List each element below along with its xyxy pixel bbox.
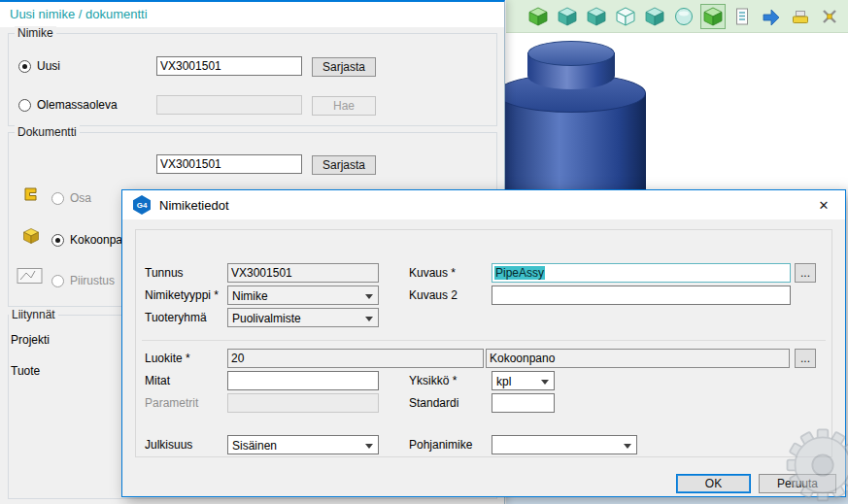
luokite-code-input[interactable] bbox=[227, 349, 484, 368]
hae-button: Hae bbox=[312, 96, 376, 116]
teal-box-icon-3[interactable] bbox=[642, 4, 667, 29]
radio-dot-icon bbox=[18, 60, 31, 73]
nimike-group: Nimike Uusi Sarjasta Olemassaoleva Hae bbox=[8, 33, 497, 126]
teal-box-outline-icon[interactable] bbox=[613, 4, 638, 29]
green-cube-icon[interactable] bbox=[526, 4, 551, 29]
kuvaus2-label: Kuvaus 2 bbox=[409, 288, 458, 302]
mitat-input[interactable] bbox=[227, 371, 379, 390]
nimiketiedot-dialog: G4 Nimiketiedot ✕ Tunnus Kuvaus * PipeAs… bbox=[121, 189, 846, 497]
parametrit-input bbox=[227, 393, 379, 413]
standardi-label: Standardi bbox=[409, 396, 458, 410]
kuvaus-input[interactable]: PipeAssy bbox=[492, 263, 791, 283]
tuote-label: Tuote bbox=[11, 364, 40, 378]
close-icon[interactable]: ✕ bbox=[810, 194, 837, 216]
tunnus-input[interactable] bbox=[227, 263, 379, 283]
radio-uusi[interactable]: Uusi bbox=[18, 59, 60, 73]
sarjasta-button-nimike[interactable]: Sarjasta bbox=[312, 57, 376, 77]
export-arrow-icon[interactable] bbox=[759, 4, 784, 29]
radio-olemassaoleva[interactable]: Olemassaoleva bbox=[18, 98, 118, 112]
radio-dot-icon bbox=[18, 99, 31, 112]
yellow-stack-icon[interactable] bbox=[788, 4, 813, 29]
chevron-down-icon bbox=[624, 444, 631, 449]
vertex-cad-window: Uusi nimike / dokumentti Nimike Uusi Sar… bbox=[0, 0, 848, 504]
selected-text: PipeAssy bbox=[494, 266, 545, 280]
teal-sphere-icon[interactable] bbox=[671, 4, 696, 29]
radio-olemassaoleva-label: Olemassaoleva bbox=[37, 98, 118, 112]
nimiketiedot-titlebar[interactable]: G4 Nimiketiedot ✕ bbox=[122, 190, 845, 219]
chevron-down-icon bbox=[365, 294, 373, 299]
panel-divider bbox=[142, 340, 826, 341]
tuoteryhma-label: Tuoteryhmä bbox=[145, 311, 207, 324]
dokumentti-tunnus-input[interactable] bbox=[156, 154, 302, 174]
parametrit-label: Parametrit bbox=[145, 396, 198, 410]
cylinder-cap-top-face bbox=[527, 41, 615, 66]
cad-toolbar bbox=[506, 0, 848, 33]
tunnus-label: Tunnus bbox=[145, 266, 184, 280]
julkisuus-select[interactable]: Sisäinen bbox=[227, 435, 379, 454]
chevron-down-icon bbox=[365, 444, 373, 449]
document-lines-icon[interactable] bbox=[729, 4, 755, 29]
uusi-nimike-input[interactable] bbox=[156, 56, 302, 76]
luokite-name-input[interactable] bbox=[486, 349, 790, 368]
yksikko-label: Yksikkö * bbox=[409, 374, 457, 387]
tuoteryhma-select[interactable]: Puolivalmiste bbox=[227, 308, 379, 327]
nimiketyyppi-label: Nimiketyyppi * bbox=[145, 288, 219, 302]
sarjasta-button-dokumentti[interactable]: Sarjasta bbox=[312, 155, 376, 175]
assembly-icon bbox=[22, 227, 40, 249]
kuvaus-label: Kuvaus * bbox=[409, 266, 456, 280]
piston-3d-model[interactable] bbox=[491, 39, 652, 194]
radio-piirustus-label: Piirustus bbox=[70, 274, 115, 287]
radio-dot-icon bbox=[51, 192, 64, 205]
luokite-browse-button[interactable]: ... bbox=[795, 349, 816, 368]
g4-logo-icon: G4 bbox=[132, 195, 152, 215]
ok-button[interactable]: OK bbox=[676, 474, 751, 493]
nimike-group-label: Nimike bbox=[15, 26, 56, 40]
julkisuus-label: Julkisuus bbox=[145, 438, 192, 452]
green-cube-selected-icon[interactable] bbox=[700, 4, 726, 29]
yksikko-select[interactable]: kpl bbox=[492, 371, 555, 390]
chevron-down-icon bbox=[365, 317, 373, 321]
radio-dot-icon bbox=[51, 234, 64, 247]
drawing-icon bbox=[17, 267, 44, 288]
teal-box-icon-2[interactable] bbox=[584, 4, 609, 29]
radio-uusi-label: Uusi bbox=[37, 59, 60, 73]
kuvaus2-input[interactable] bbox=[492, 286, 791, 305]
teal-box-icon[interactable] bbox=[555, 4, 580, 29]
new-item-dialog-titlebar[interactable]: Uusi nimike / dokumentti bbox=[0, 2, 504, 27]
mitat-label: Mitat bbox=[145, 374, 170, 387]
liitynnat-group-label: Liitynnät bbox=[9, 308, 58, 321]
chevron-down-icon bbox=[541, 380, 549, 385]
radio-osa-label: Osa bbox=[70, 191, 91, 205]
nimiketiedot-title: Nimiketiedot bbox=[159, 198, 229, 213]
radio-osa[interactable]: Osa bbox=[51, 191, 91, 205]
radio-dot-icon bbox=[51, 275, 64, 287]
new-item-dialog-title: Uusi nimike / dokumentti bbox=[10, 7, 148, 21]
gear-model bbox=[777, 418, 848, 504]
radio-piirustus[interactable]: Piirustus bbox=[51, 274, 115, 287]
part-icon bbox=[22, 185, 40, 207]
pohjanimike-label: Pohjanimike bbox=[409, 438, 472, 452]
kuvaus-browse-button[interactable]: ... bbox=[795, 263, 816, 283]
olemassaoleva-input bbox=[156, 95, 302, 115]
luokite-label: Luokite * bbox=[145, 352, 190, 365]
dokumentti-group-label: Dokumentti bbox=[15, 125, 80, 139]
nimiketyyppi-select[interactable]: Nimike bbox=[227, 286, 379, 305]
projekti-label: Projekti bbox=[11, 333, 50, 347]
trim-cross-icon[interactable] bbox=[817, 4, 842, 29]
standardi-input[interactable] bbox=[492, 393, 555, 413]
pohjanimike-select[interactable] bbox=[492, 435, 637, 454]
